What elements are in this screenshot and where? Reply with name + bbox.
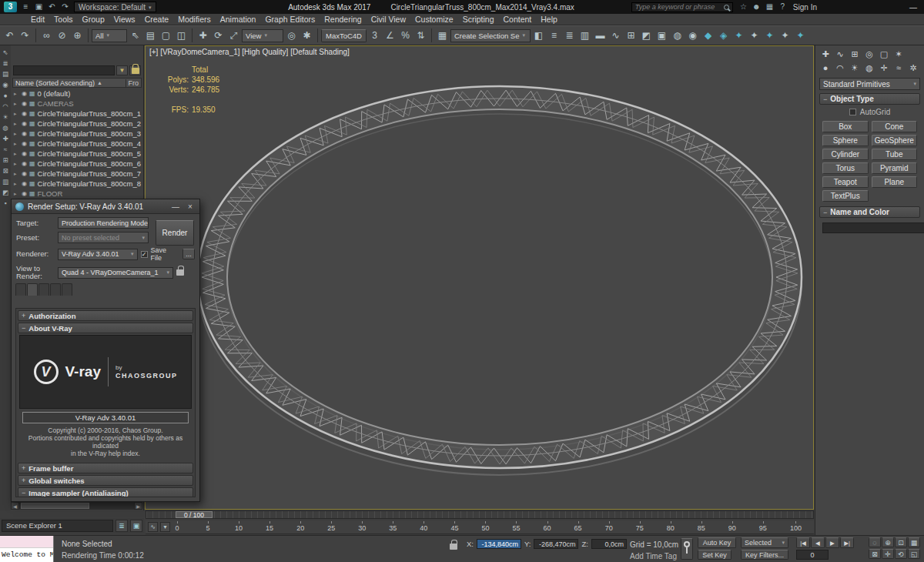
selection-lock-icon[interactable] — [450, 543, 457, 551]
menu-item[interactable]: Graph Editors — [260, 15, 320, 24]
y-coordinate-field[interactable]: -268,470cm — [534, 539, 578, 549]
spacewarps-category-icon[interactable]: ≈ — [892, 62, 905, 74]
eye-icon[interactable]: ◉ — [22, 160, 27, 167]
select-link-icon[interactable]: ∞ — [39, 28, 54, 43]
named-selection-sets-dropdown[interactable]: Create Selection Se▾ — [450, 29, 531, 42]
rendered-frame-icon[interactable]: ◍ — [670, 28, 685, 43]
sign-in-button[interactable]: Sign In — [793, 3, 817, 12]
expand-icon[interactable]: ▸ — [14, 131, 19, 137]
timeline-ruler[interactable]: ∿▾ 0510152025303540455055606570758085909… — [146, 520, 814, 534]
shapes-filter-icon[interactable]: ◠ — [1, 102, 11, 111]
primitives-category-dropdown[interactable]: Standard Primitives ▾ — [819, 78, 920, 90]
menu-item[interactable]: Edit — [26, 15, 49, 24]
mini-curve-editor-icon[interactable]: ∿ — [148, 522, 158, 532]
bind-spacewarp-icon[interactable]: ⊕ — [70, 28, 85, 43]
explorer-column-header[interactable]: Name (Sorted Ascending) ▲ Fro — [12, 78, 142, 88]
geometry-filter-icon[interactable]: ● — [1, 91, 11, 100]
frozen-column-label[interactable]: Fro — [126, 79, 139, 87]
target-dropdown[interactable]: Production Rendering Mode▾ — [58, 217, 149, 229]
scene-row[interactable]: ▸ ◉ ▦ CircleTriangularTruss_800cm_4 — [12, 139, 142, 149]
cameras-category-icon[interactable]: ◍ — [863, 62, 875, 74]
go-to-end-button[interactable]: ▶| — [840, 537, 854, 548]
eye-icon[interactable]: ◉ — [22, 140, 27, 147]
plugin-icon-2[interactable]: ✦ — [747, 28, 762, 43]
ribbon-toggle-icon[interactable]: ▬ — [593, 28, 608, 43]
rollout-image-sampler[interactable]: − Image sampler (Antialiasing) — [18, 487, 193, 497]
align-icon[interactable]: ≡ — [547, 28, 561, 43]
layer-manager-icon[interactable]: ▥ — [578, 28, 592, 43]
scene-row[interactable]: ▸ ◉ ▦ CircleTriangularTruss_800cm_6 — [12, 159, 142, 169]
spinner-snap-icon[interactable]: ⇅ — [413, 28, 428, 43]
expand-icon[interactable]: ▸ — [14, 191, 19, 197]
save-icon[interactable]: ▣ — [33, 2, 45, 12]
view-lock-icon[interactable] — [176, 269, 184, 277]
zoom-all-icon[interactable]: ⊕ — [882, 537, 894, 547]
scrollbar-thumb[interactable] — [21, 503, 89, 509]
snap-toggle-icon[interactable]: 3 — [367, 28, 382, 43]
redo-icon[interactable]: ↷ — [59, 2, 71, 12]
redo-icon[interactable]: ↷ — [18, 28, 32, 43]
browse-button[interactable]: ... — [182, 249, 195, 259]
helpers-category-icon[interactable]: ✛ — [878, 62, 890, 74]
material-editor-icon[interactable]: ◩ — [639, 28, 654, 43]
primitive-button[interactable]: Teapot — [822, 176, 869, 188]
viewport[interactable]: [+] [VRayDomeCamera_1] [High Quality] [D… — [145, 45, 814, 510]
selection-filter-dropdown[interactable]: All▾ — [92, 29, 127, 42]
scene-explorer-selector[interactable]: Scene Explorer 1 — [2, 520, 113, 532]
scene-row[interactable]: ▸ ◉ ▦ CircleTriangularTruss_800cm_8 — [12, 179, 142, 189]
zoom-region-icon[interactable]: ⊠ — [869, 549, 881, 559]
play-button[interactable]: ▶ — [825, 537, 839, 548]
zoom-icon[interactable]: ◌ — [869, 537, 881, 547]
eye-icon[interactable]: ◉ — [22, 170, 27, 177]
geometry-category-icon[interactable]: ● — [819, 62, 832, 74]
maxscript-mini-listener[interactable]: Welcome to M — [0, 536, 54, 562]
menu-item[interactable]: Help — [536, 15, 562, 24]
modify-tab-icon[interactable]: ∿ — [834, 48, 846, 60]
render-setup-icon[interactable]: ▣ — [654, 28, 669, 43]
set-key-button[interactable]: Set Key — [698, 550, 732, 560]
menu-item[interactable]: Tools — [49, 15, 78, 24]
display-tab-icon[interactable]: ▢ — [878, 48, 890, 60]
angle-snap-icon[interactable]: ∠ — [383, 28, 397, 43]
current-frame-field[interactable]: 0 — [796, 550, 829, 560]
filter-icon[interactable]: ▼ — [116, 65, 128, 75]
viewport-label[interactable]: [+] [VRayDomeCamera_1] [High Quality] [D… — [149, 48, 350, 56]
pin-icon[interactable]: ▪ — [1, 199, 11, 208]
primitive-button[interactable]: Plane — [872, 176, 918, 188]
set-keys-button[interactable] — [681, 538, 693, 560]
apps-icon[interactable]: ▦ — [764, 2, 775, 12]
pan-icon[interactable]: ✛ — [882, 549, 894, 559]
spacewarps-filter-icon[interactable]: ≈ — [1, 145, 11, 154]
plugin-icon-4[interactable]: ✦ — [778, 28, 792, 43]
expand-icon[interactable]: ▸ — [14, 101, 19, 107]
explorer-search-input[interactable] — [13, 65, 115, 75]
cameras-filter-icon[interactable]: ◍ — [1, 123, 11, 132]
scene-row[interactable]: ▸ ◉ ▦ CircleTriangularTruss_800cm_1 — [12, 109, 142, 119]
plugin-icon-3[interactable]: ✦ — [762, 28, 777, 43]
lights-filter-icon[interactable]: ☀ — [1, 112, 11, 122]
eye-icon[interactable]: ◉ — [22, 90, 27, 97]
autogrid-checkbox[interactable] — [849, 109, 856, 115]
xref-filter-icon[interactable]: ⊠ — [1, 166, 11, 176]
eye-icon[interactable]: ◉ — [22, 180, 27, 187]
vray-toolbar-icon[interactable]: ◆ — [701, 28, 715, 43]
time-slider[interactable]: 0 / 100 — [176, 511, 213, 518]
z-coordinate-field[interactable]: 0,0cm — [591, 539, 627, 549]
motion-tab-icon[interactable]: ◎ — [863, 48, 875, 60]
dialog-title-bar[interactable]: Render Setup: V-Ray Adv 3.40.01 — × — [12, 199, 199, 214]
utilities-tab-icon[interactable]: ✶ — [892, 48, 905, 60]
dialog-tab[interactable] — [15, 283, 26, 296]
primitive-button[interactable]: Cone — [872, 121, 918, 132]
expand-icon[interactable]: ▸ — [14, 161, 19, 167]
preset-dropdown[interactable]: No preset selected▾ — [58, 232, 149, 243]
unlink-icon[interactable]: ⊘ — [55, 28, 69, 43]
menu-item[interactable]: Create — [140, 15, 174, 24]
scene-row[interactable]: ▸ ◉ ▦ CircleTriangularTruss_800cm_7 — [12, 169, 142, 179]
explorer-save-icon[interactable]: ▣ — [130, 520, 142, 532]
scrollbar-track[interactable] — [19, 502, 134, 510]
menu-item[interactable]: Modifiers — [173, 15, 216, 24]
expand-icon[interactable]: ▸ — [14, 111, 19, 117]
truss-model[interactable] — [146, 46, 814, 510]
rollout-about-vray[interactable]: − About V-Ray — [18, 323, 193, 333]
lock-icon[interactable] — [129, 65, 141, 75]
